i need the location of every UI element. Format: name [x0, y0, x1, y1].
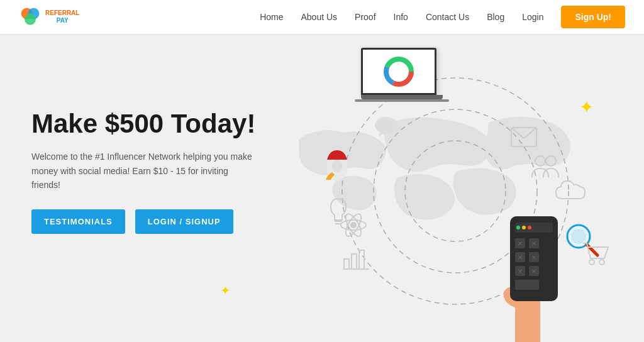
- nav-item-contact[interactable]: Contact Us: [426, 11, 469, 23]
- svg-point-30: [599, 260, 604, 265]
- svg-point-11: [375, 117, 397, 133]
- svg-text:✕: ✕: [518, 268, 523, 275]
- svg-point-35: [528, 226, 531, 229]
- svg-point-9: [394, 67, 404, 77]
- hero-subtitle: Welcome to the #1 Influencer Network hel…: [31, 150, 258, 192]
- nav-item-info[interactable]: Info: [394, 11, 408, 23]
- people-icon: [531, 153, 562, 181]
- svg-text:✕: ✕: [518, 240, 523, 247]
- svg-rect-32: [515, 223, 553, 233]
- svg-point-29: [589, 260, 594, 265]
- chat-icon: [374, 116, 399, 140]
- logo[interactable]: REFERRAL PAY: [19, 6, 79, 28]
- nav-item-login[interactable]: Login: [522, 11, 543, 23]
- svg-point-10: [332, 160, 342, 172]
- nav-item-proof[interactable]: Proof: [355, 11, 375, 23]
- svg-point-2: [25, 14, 36, 25]
- pie-chart-icon: [383, 56, 414, 87]
- svg-point-18: [535, 156, 545, 166]
- lightbulb-icon: [327, 197, 350, 229]
- svg-point-33: [516, 226, 520, 229]
- svg-rect-23: [352, 254, 357, 269]
- nav-item-home[interactable]: Home: [260, 11, 283, 23]
- navbar: REFERRAL PAY Home About Us Proof Info Co…: [0, 0, 644, 34]
- svg-point-13: [350, 222, 357, 228]
- svg-text:✕: ✕: [531, 254, 536, 261]
- hero-content: Make $500 Today! Welcome to the #1 Influ…: [31, 109, 258, 234]
- svg-text:✕: ✕: [531, 268, 536, 275]
- nav-signup-button[interactable]: Sign Up!: [561, 6, 625, 28]
- cloud-icon: [555, 179, 587, 204]
- svg-point-34: [522, 226, 526, 229]
- laptop-illustration: [361, 48, 449, 102]
- svg-rect-42: [515, 280, 539, 290]
- sparkle-2-icon: ✦: [220, 283, 231, 298]
- nav-item-blog[interactable]: Blog: [487, 11, 504, 23]
- login-signup-button[interactable]: LOGIN / SIGNUP: [135, 209, 233, 234]
- svg-point-19: [546, 156, 556, 166]
- logo-text: REFERRAL PAY: [45, 9, 79, 25]
- nav-item-about[interactable]: About Us: [301, 11, 337, 23]
- hero-title: Make $500 Today!: [31, 109, 258, 138]
- svg-text:✕: ✕: [518, 254, 523, 261]
- svg-rect-22: [344, 259, 349, 269]
- svg-text:✕: ✕: [531, 240, 536, 247]
- rocket-icon: [321, 147, 353, 192]
- bar-chart-icon: [343, 246, 369, 273]
- shopping-cart-icon: [582, 241, 609, 270]
- nav-links: Home About Us Proof Info Contact Us Blog…: [260, 6, 625, 28]
- sparkle-1-icon: ✦: [579, 97, 594, 118]
- mail-icon: [511, 127, 537, 150]
- testimonials-button[interactable]: TESTIMONIALS: [31, 209, 125, 234]
- hero-section: ✕ ✕ ✕ ✕ ✕ ✕ ✦ ✦ Make $500 Today! Welcome…: [0, 34, 644, 342]
- hero-buttons: TESTIMONIALS LOGIN / SIGNUP: [31, 209, 258, 234]
- svg-rect-24: [359, 250, 364, 269]
- logo-icon: [19, 6, 42, 28]
